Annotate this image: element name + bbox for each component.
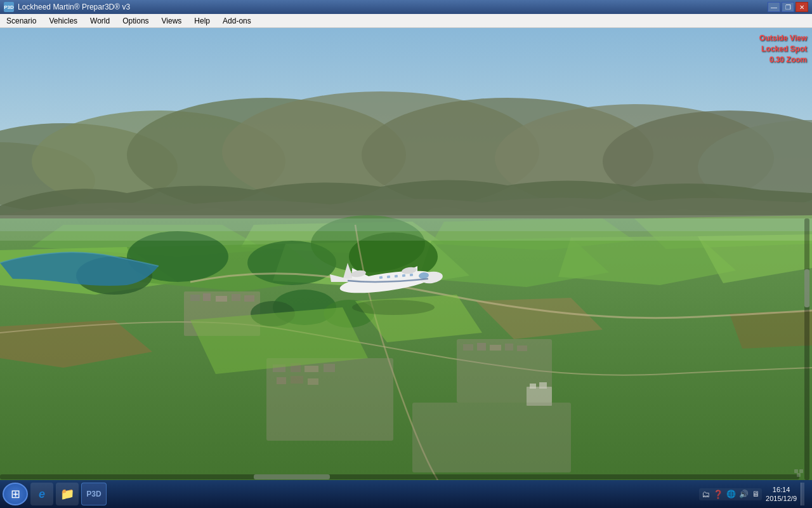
svg-rect-51: [530, 384, 536, 389]
close-button[interactable]: ✕: [796, 2, 808, 12]
svg-rect-49: [517, 345, 527, 351]
svg-rect-90: [254, 474, 330, 479]
menu-help[interactable]: Help: [188, 14, 216, 27]
taskbar-p3d-button[interactable]: P3D: [81, 483, 107, 505]
taskbar-ie-icon[interactable]: e: [30, 483, 53, 505]
svg-marker-24: [730, 311, 812, 349]
window-title: Lockheed Martin® Prepar3D® v3: [18, 3, 130, 11]
ie-icon: e: [39, 488, 45, 501]
svg-rect-42: [291, 376, 303, 384]
tray-monitor-icon: 🖥: [752, 490, 759, 498]
svg-rect-41: [277, 377, 286, 384]
svg-rect-31: [190, 295, 200, 301]
restore-button[interactable]: ❐: [782, 2, 794, 12]
menu-views[interactable]: Views: [155, 14, 188, 27]
app-icon: P3D: [4, 2, 14, 12]
window-controls: — ❐ ✕: [768, 2, 808, 12]
minimize-button[interactable]: —: [768, 2, 780, 12]
hud-view-mode: Outside View: [759, 33, 807, 44]
windows-logo-icon: ⊞: [11, 487, 20, 501]
svg-rect-92: [799, 469, 803, 473]
tray-volume-icon: 🔊: [739, 490, 749, 498]
start-button[interactable]: ⊞: [3, 483, 28, 505]
clock-date: 2015/12/9: [766, 494, 797, 503]
hud-overlay: Outside View Locked Spot 0.30 Zoom: [759, 33, 807, 65]
folder-icon: 📁: [60, 487, 74, 501]
svg-rect-39: [304, 366, 318, 372]
menu-bar: Scenario Vehicles World Options Views He…: [0, 14, 812, 28]
p3d-icon: P3D: [86, 490, 101, 498]
svg-rect-32: [203, 293, 211, 301]
svg-rect-73: [410, 274, 414, 277]
tray-help-icon: ❓: [713, 490, 723, 499]
svg-rect-89: [0, 474, 799, 479]
svg-rect-45: [463, 344, 473, 351]
svg-rect-69: [379, 276, 383, 279]
taskbar-right: 🗂 ❓ 🌐 🔊 🖥 16:14 2015/12/9: [699, 483, 809, 505]
svg-rect-35: [244, 295, 254, 302]
svg-rect-53: [412, 403, 571, 472]
svg-rect-46: [477, 343, 486, 351]
tray-folder-icon: 🗂: [702, 490, 710, 499]
simulation-viewport[interactable]: N China Files Outside View Locked Spot 0…: [0, 28, 812, 480]
menu-scenario[interactable]: Scenario: [0, 14, 43, 27]
hud-zoom: 0.30 Zoom: [759, 55, 807, 65]
title-bar: P3D Lockheed Martin® Prepar3D® v3 — ❐ ✕: [0, 0, 812, 14]
menu-addons[interactable]: Add-ons: [216, 14, 258, 27]
svg-rect-87: [804, 218, 809, 480]
menu-world[interactable]: World: [84, 14, 116, 27]
svg-rect-72: [402, 274, 406, 277]
taskbar-clock: 16:14 2015/12/9: [766, 485, 797, 504]
tray-network-icon: 🌐: [726, 490, 736, 498]
svg-rect-71: [395, 275, 398, 278]
svg-rect-47: [490, 345, 501, 351]
svg-rect-52: [539, 382, 547, 389]
taskbar-folder-icon[interactable]: 📁: [56, 483, 79, 505]
menu-vehicles[interactable]: Vehicles: [43, 14, 84, 27]
svg-rect-70: [387, 276, 391, 279]
svg-rect-43: [308, 378, 318, 385]
svg-rect-48: [505, 344, 513, 351]
hud-camera-mode: Locked Spot: [759, 44, 807, 55]
svg-rect-88: [804, 269, 809, 307]
system-tray: 🗂 ❓ 🌐 🔊 🖥: [699, 488, 762, 500]
svg-rect-33: [216, 296, 227, 302]
scene-svg: N China Files: [0, 28, 812, 480]
titlebar-left: P3D Lockheed Martin® Prepar3D® v3: [4, 2, 130, 12]
svg-rect-34: [232, 294, 240, 301]
svg-rect-40: [324, 364, 335, 372]
menu-options[interactable]: Options: [116, 14, 155, 27]
svg-rect-76: [0, 218, 812, 231]
clock-time: 16:14: [766, 485, 797, 494]
svg-rect-93: [797, 473, 801, 477]
show-desktop-button[interactable]: [801, 483, 804, 505]
svg-rect-91: [794, 469, 798, 473]
taskbar: ⊞ e 📁 P3D 🗂 ❓ 🌐 🔊 🖥 16:14 2015/12/9: [0, 480, 812, 508]
svg-point-74: [352, 300, 435, 315]
